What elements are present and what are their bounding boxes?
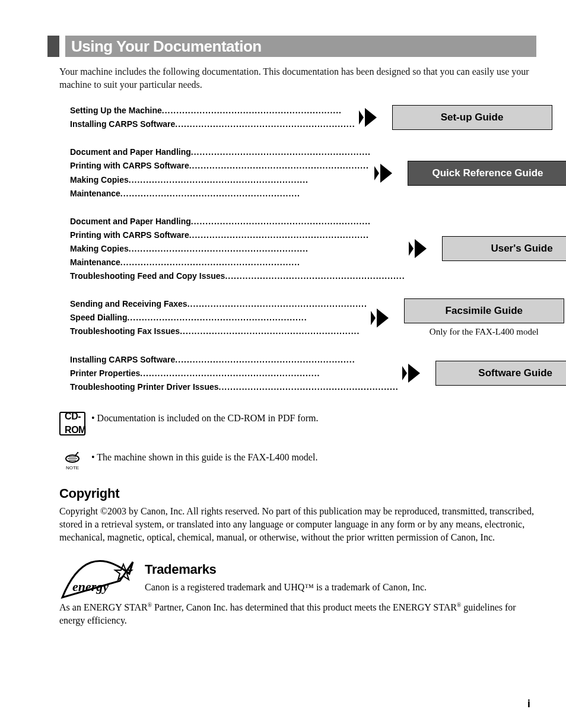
svg-text:energy: energy (72, 579, 109, 594)
model-note: NOTE • The machine shown in this guide i… (59, 451, 536, 471)
note-icon (65, 451, 80, 464)
cdrom-icon: CD-ROM (59, 412, 85, 435)
topic-item: Document and Paper Handling.............… (70, 215, 405, 228)
guide-name: Facsimile Guide (404, 298, 564, 323)
guide-row: Installing CARPS Software...............… (59, 353, 536, 394)
trademarks-section: energy Trademarks Canon is a registered … (59, 551, 536, 601)
guide-row: Document and Paper Handling.............… (59, 145, 536, 200)
energy-star-logo: energy (59, 551, 136, 601)
guides-list: Setting Up the Machine..................… (59, 104, 536, 394)
topic-item: Troubleshooting Printer Driver Issues...… (70, 380, 399, 394)
guide-row: Document and Paper Handling.............… (59, 215, 536, 283)
svg-marker-0 (359, 110, 364, 125)
topic-item: Sending and Receiving Faxes.............… (70, 297, 367, 311)
topic-item: Troubleshooting Feed and Copy Issues....… (70, 269, 405, 283)
guide-name: User's Guide (442, 236, 566, 261)
arrow-icon (399, 363, 427, 384)
guide-row: Sending and Receiving Faxes.............… (59, 297, 536, 338)
svg-marker-3 (380, 164, 392, 183)
trademarks-line1: Canon is a registered trademark and UHQ™… (145, 581, 536, 594)
guide-name: Quick Reference Guide (408, 161, 566, 186)
arrow-icon (371, 163, 399, 184)
guide-name: Software Guide (435, 361, 566, 386)
arrow-icon (405, 238, 434, 259)
svg-marker-10 (408, 364, 420, 383)
copyright-body: Copyright ©2003 by Canon, Inc. All right… (59, 505, 536, 544)
topic-item: Maintenance.............................… (70, 256, 405, 269)
svg-marker-2 (374, 166, 379, 180)
topic-item: Document and Paper Handling.............… (70, 145, 371, 159)
heading-title: Using Your Documentation (65, 36, 536, 57)
topic-item: Printing with CARPS Software............… (70, 228, 405, 242)
topic-item: Installing CARPS Software...............… (70, 353, 399, 367)
trademarks-line2: As an ENERGY STAR® Partner, Canon Inc. h… (59, 601, 536, 627)
topic-item: Installing CARPS Software...............… (70, 117, 355, 131)
copyright-heading: Copyright (59, 486, 536, 501)
svg-marker-9 (402, 366, 407, 380)
svg-marker-8 (377, 309, 389, 328)
svg-marker-5 (415, 239, 427, 258)
topic-item: Speed Dialling..........................… (70, 311, 367, 325)
topic-item: Setting Up the Machine..................… (70, 104, 355, 117)
arrow-icon (367, 307, 396, 329)
intro-paragraph: Your machine includes the following docu… (59, 65, 536, 91)
topic-item: Making Copies...........................… (70, 173, 371, 187)
guide-row: Setting Up the Machine..................… (59, 104, 536, 131)
svg-point-14 (77, 452, 79, 453)
copyright-section: Copyright Copyright ©2003 by Canon, Inc.… (59, 486, 536, 544)
svg-marker-7 (371, 311, 376, 325)
trademarks-heading: Trademarks (145, 562, 536, 577)
heading-accent (47, 36, 59, 57)
topic-item: Making Copies...........................… (70, 242, 405, 256)
guide-name: Set-up Guide (392, 105, 552, 130)
svg-marker-1 (365, 108, 377, 127)
page-number: i (527, 697, 530, 710)
topic-item: Printer Properties......................… (70, 367, 399, 380)
cdrom-note: CD-ROM • Documentation is included on th… (59, 412, 536, 435)
topic-item: Maintenance.............................… (70, 187, 371, 201)
arrow-icon (355, 107, 384, 128)
section-heading: Using Your Documentation (47, 36, 536, 57)
topic-item: Troubleshooting Fax Issues..............… (70, 325, 367, 338)
topic-item: Printing with CARPS Software............… (70, 159, 371, 173)
svg-marker-4 (409, 241, 414, 256)
guide-caption: Only for the FAX-L400 model (430, 327, 539, 337)
